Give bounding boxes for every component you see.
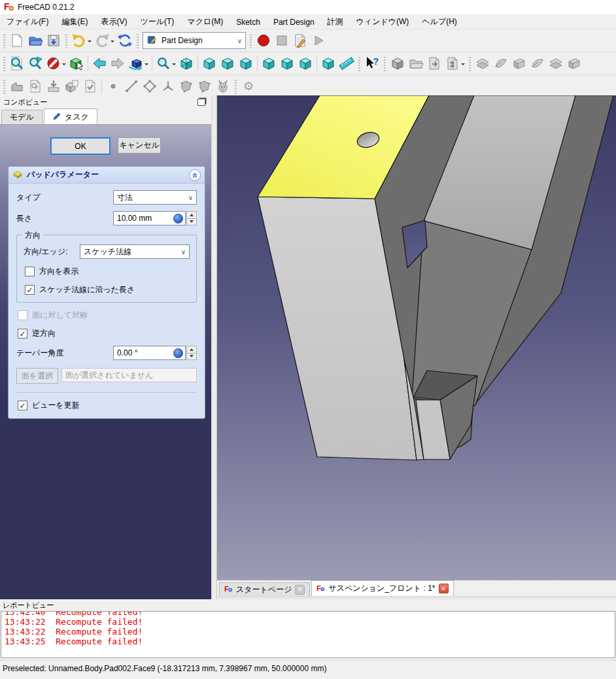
reversed-checkbox-row[interactable]: ✓ 逆方向	[18, 328, 197, 339]
panel-splitter[interactable]	[211, 95, 217, 599]
sub-shape-binder-icon	[196, 78, 213, 95]
spin-up-button[interactable]	[186, 211, 197, 219]
clipping-plane-button[interactable]	[44, 54, 67, 73]
toolbar-drag-handle[interactable]	[384, 56, 386, 71]
datum-polygon-icon	[141, 78, 158, 95]
ok-button[interactable]: OK	[50, 137, 111, 155]
toolbar-drag-handle[interactable]	[235, 78, 237, 94]
view-top-button[interactable]	[218, 54, 237, 73]
dropdown-caret-icon[interactable]	[145, 63, 148, 67]
toolbar-separator	[197, 56, 198, 71]
length-spinner[interactable]	[186, 211, 197, 225]
toolbar-drag-handle[interactable]	[469, 56, 471, 71]
3d-view[interactable]	[217, 95, 616, 580]
new-document-button[interactable]	[8, 31, 26, 50]
view-isometric-icon	[178, 55, 195, 72]
length-along-normal-checkbox[interactable]: ✓	[25, 285, 35, 295]
length-along-normal-checkbox-row[interactable]: ✓ スケッチ法線に沿った長さ	[25, 284, 190, 295]
menu-item-5[interactable]: Sketch	[230, 16, 267, 28]
dropdown-caret-icon[interactable]	[111, 41, 114, 44]
save-document-icon	[45, 32, 62, 49]
expression-editor-icon[interactable]	[173, 214, 183, 224]
float-panel-icon[interactable]	[197, 99, 205, 106]
spin-up-button[interactable]	[186, 346, 197, 354]
whats-this-button[interactable]: ?	[363, 54, 381, 73]
expression-editor-icon[interactable]	[173, 348, 183, 358]
direction-edge-select[interactable]: スケッチ法線 ∨	[80, 244, 190, 259]
spin-down-button[interactable]	[186, 354, 197, 361]
combo-view-titlebar: コンボビュー	[0, 95, 211, 108]
macro-record-button[interactable]	[254, 31, 273, 50]
toolbar-drag-handle[interactable]	[358, 56, 360, 71]
close-tab-icon[interactable]: ✕	[439, 584, 449, 593]
dropdown-caret-icon[interactable]	[88, 41, 92, 44]
tab-start-page[interactable]: F スタートページ ✕	[219, 582, 310, 596]
box-selection-button[interactable]	[67, 54, 86, 73]
show-direction-checkbox[interactable]	[25, 267, 35, 276]
fit-selection-button[interactable]	[26, 54, 44, 73]
taper-spinner[interactable]	[186, 346, 197, 360]
tab-tasks[interactable]: タスク	[44, 108, 97, 125]
undo-button[interactable]	[70, 31, 93, 50]
tab-suspension-front[interactable]: F サスペンション_フロント : 1* ✕	[311, 580, 453, 596]
toolbar-drag-handle[interactable]	[3, 33, 5, 48]
view-left-button[interactable]	[296, 54, 315, 73]
cancel-button[interactable]: キャンセル	[118, 137, 161, 154]
workbench-selector[interactable]: Part Design∨	[143, 32, 246, 49]
zoom-button[interactable]	[154, 54, 177, 73]
dropdown-caret-icon[interactable]	[62, 63, 66, 67]
view-rear-button[interactable]	[260, 54, 278, 73]
report-log[interactable]: 13:42:40 Recompute failed!13:43:22 Recom…	[1, 611, 615, 658]
toolbar-drag-handle[interactable]	[137, 33, 139, 48]
menu-item-8[interactable]: ウィンドウ(W)	[350, 15, 416, 29]
measure-button[interactable]	[337, 54, 356, 73]
toolbar-row-3: ⚙	[0, 75, 616, 98]
freecad-doc-icon: F	[224, 584, 233, 595]
view-front-button[interactable]	[200, 54, 218, 73]
nav-back-button[interactable]	[90, 54, 109, 73]
view-right-button[interactable]	[237, 54, 255, 73]
menu-item-7[interactable]: 計測	[321, 15, 350, 29]
dropdown-caret-icon[interactable]	[461, 63, 465, 67]
pencil-icon	[52, 112, 61, 123]
make-link-icon	[426, 55, 443, 72]
refresh-button[interactable]	[116, 31, 134, 50]
toolbar-drag-handle[interactable]	[250, 33, 252, 48]
reversed-checkbox[interactable]: ✓	[18, 329, 27, 339]
taper-input[interactable]: 0.00 °	[113, 346, 186, 360]
menu-item-0[interactable]: ファイル(F)	[0, 15, 55, 29]
open-document-button[interactable]	[26, 31, 44, 50]
dropdown-caret-icon[interactable]	[172, 63, 176, 67]
freecad-doc-icon: F	[317, 584, 325, 594]
menu-item-4[interactable]: マクロ(M)	[180, 15, 230, 29]
rotate-view-button[interactable]	[127, 54, 150, 73]
type-select[interactable]: 寸法 ∨	[113, 190, 197, 205]
datum-polygon-button	[141, 77, 159, 95]
view-bottom-button[interactable]	[278, 54, 296, 73]
collapse-section-button[interactable]	[189, 169, 201, 181]
clipping-plane-icon	[45, 55, 62, 72]
save-document-button[interactable]	[44, 31, 63, 50]
menu-item-6[interactable]: Part Design	[267, 16, 321, 28]
toolbar-drag-handle[interactable]	[3, 56, 5, 71]
datum-tool-2-icon	[492, 55, 509, 72]
menu-item-9[interactable]: ヘルプ(H)	[415, 15, 464, 29]
show-direction-checkbox-row[interactable]: 方向を表示	[25, 266, 190, 277]
menu-item-1[interactable]: 編集(E)	[55, 15, 94, 29]
length-input[interactable]: 10.00 mm	[113, 211, 186, 225]
update-view-checkbox[interactable]: ✓	[18, 401, 27, 410]
view-axonometric-button[interactable]	[319, 54, 337, 73]
spin-down-button[interactable]	[186, 219, 197, 226]
update-view-checkbox-row[interactable]: ✓ ビューを更新	[18, 400, 197, 411]
menu-item-3[interactable]: ツール(T)	[133, 15, 180, 29]
tab-model[interactable]: モデル	[1, 110, 43, 124]
report-view-title: レポートビュー	[0, 599, 616, 611]
toolbar-drag-handle[interactable]	[3, 78, 5, 94]
macro-edit-button[interactable]	[291, 31, 309, 50]
view-isometric-button[interactable]	[177, 54, 196, 73]
toolbar-drag-handle[interactable]	[65, 33, 67, 48]
fit-all-button[interactable]	[8, 54, 26, 73]
report-line: 13:43:22 Recompute failed!	[5, 617, 615, 627]
menu-item-2[interactable]: 表示(V)	[94, 15, 133, 29]
close-tab-icon[interactable]: ✕	[295, 585, 305, 595]
